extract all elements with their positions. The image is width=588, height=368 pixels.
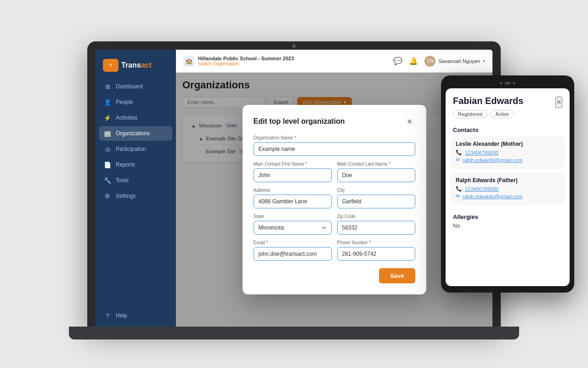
phone-icon-mother: 📞 [456,150,462,155]
edit-org-modal: Edit top level organization ✕ Organizati… [243,105,426,294]
activities-icon: ⚡ [104,114,111,121]
email-icon-father: ✉ [456,193,460,199]
logo-area: T Transact [96,55,176,79]
logo-text: Transact [121,61,152,69]
address-city-row: Address City [254,188,415,208]
allergies-section: Allergies No [446,209,570,234]
modal-close-button[interactable]: ✕ [404,116,415,127]
laptop-base [69,327,519,339]
sidebar-item-settings[interactable]: ⚙ Settings [99,189,172,203]
sidebar-label-people: People [116,99,133,105]
sidebar-item-tools[interactable]: 🔧 Tools [99,173,172,188]
notification-icon[interactable]: 🔔 [409,57,418,65]
user-badge[interactable]: SN Savannah Nguyen ▾ [424,56,485,67]
badge-registered: Registered [453,110,487,118]
phone-label: Phone Number * [337,240,415,245]
contact-phone-mother: 📞 123456789000 [456,150,560,155]
tablet-dot-1 [500,82,503,85]
tablet-shell: Fabian Edwards Registered Active × Conta… [441,75,574,293]
state-zip-row: State Minnesota Wisconsin Iowa Illinois … [254,214,415,235]
laptop-shell: T Transact ⊞ Dashboard 👤 People ⚡ Activi… [87,41,501,327]
panel-info: Fabian Edwards Registered Active [453,96,523,118]
school-icon: 🏫 [183,56,194,67]
first-name-input[interactable] [254,168,332,182]
address-label: Address [254,188,332,193]
city-group: City [337,188,415,208]
email-group: Email * [254,240,332,261]
people-icon: 👤 [104,98,111,106]
zip-label: Zip Code [337,214,415,219]
contact-name-father: Ralph Edwards (Father) [456,177,560,184]
email-phone-row: Email * Phone Number * [254,240,415,261]
allergies-value: No [453,223,562,229]
school-name: Hillandale Public School - Summer 2023 [198,56,294,61]
tablet-mic [504,82,511,85]
last-name-group: Main Contact Last Name * [337,161,415,182]
badge-row: Registered Active [453,110,523,118]
sidebar-menu: ⊞ Dashboard 👤 People ⚡ Activities 🏢 Orga… [96,79,176,305]
contact-name-mother: Leslie Alexander (Mother) [456,141,560,147]
save-button[interactable]: Save [379,268,415,283]
panel-name: Fabian Edwards [453,96,523,106]
state-field-label: State [254,214,332,219]
allergies-title: Allergies [453,213,562,220]
sidebar-item-reports[interactable]: 📄 Reports [99,157,172,172]
sidebar-item-activities[interactable]: ⚡ Activities [99,110,172,125]
user-name: Savannah Nguyen [438,58,480,64]
last-name-input[interactable] [337,168,415,182]
topbar: 🏫 Hillandale Public School - Summer 2023… [176,50,492,73]
sidebar-label-activities: Activities [116,115,137,121]
contact-email-mother: ✉ ralph.edwards@gmail.com [456,157,560,163]
chevron-down-icon: ▾ [483,59,485,63]
sidebar-label-reports: Reports [116,161,135,168]
email-input[interactable] [254,247,332,261]
state-select[interactable]: Minnesota Wisconsin Iowa Illinois [254,221,332,235]
sidebar-label-settings: Settings [116,193,136,199]
modal-header: Edit top level organization ✕ [254,116,415,127]
school-info: Hillandale Public School - Summer 2023 S… [198,56,294,66]
phone-number-mother[interactable]: 123456789000 [465,150,498,155]
contact-card-father: Ralph Edwards (Father) 📞 123456789000 ✉ … [450,172,565,205]
logo-box: T [103,59,119,72]
org-name-input[interactable] [254,142,415,156]
sidebar-item-people[interactable]: 👤 People [99,95,172,109]
first-name-group: Main Contact First Name * [254,161,332,182]
contact-email-father: ✉ ralph.edwards@gmail.com [456,193,560,199]
chat-icon[interactable]: 💬 [393,57,402,65]
sidebar-label-participation: Participation [116,146,146,152]
sidebar-item-participation[interactable]: ◎ Participation [99,142,172,156]
contacts-title: Contacts [446,123,570,136]
tools-icon: 🔧 [104,177,111,184]
email-address-mother[interactable]: ralph.edwards@gmail.com [463,157,522,163]
modal-footer: Save [254,268,415,283]
phone-icon-father: 📞 [456,186,462,192]
settings-icon: ⚙ [104,192,111,200]
email-icon-mother: ✉ [456,157,460,163]
state-group: State Minnesota Wisconsin Iowa Illinois [254,214,332,235]
avatar: SN [424,56,435,67]
phone-input[interactable] [337,247,415,261]
tablet-notch [446,82,570,85]
city-input[interactable] [337,195,415,208]
org-name-group: Organization Name * [254,135,415,156]
first-name-label: Main Contact First Name * [254,161,332,167]
sidebar-label-organizations: Organizations [116,130,150,137]
sidebar-item-help[interactable]: ? Help [99,308,172,323]
logo-icon: T [109,63,112,68]
address-input[interactable] [254,195,332,208]
email-address-father[interactable]: ralph.edwards@gmail.com [463,194,522,199]
sidebar-bottom: ? Help [96,305,176,327]
switch-org-link[interactable]: Switch Organisation [198,61,294,66]
zip-input[interactable] [337,221,415,235]
organizations-icon: 🏢 [104,130,111,137]
dashboard-icon: ⊞ [104,83,111,90]
last-name-label: Main Contact Last Name * [337,161,415,167]
phone-number-father[interactable]: 123456789000 [465,186,498,192]
tablet-dot-2 [513,82,515,85]
sidebar-item-dashboard[interactable]: ⊞ Dashboard [99,79,172,94]
sidebar-item-organizations[interactable]: 🏢 Organizations [99,126,172,141]
sidebar-label-tools: Tools [116,177,129,184]
sidebar: T Transact ⊞ Dashboard 👤 People ⚡ Activi… [96,50,176,327]
email-label: Email * [254,240,332,245]
panel-close-button[interactable]: × [555,97,562,108]
